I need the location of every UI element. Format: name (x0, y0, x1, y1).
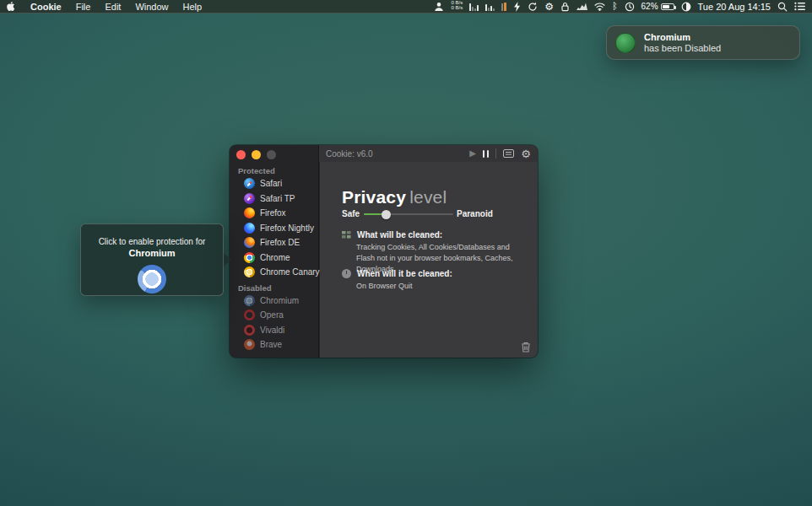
window-titlebar: Cookie: v6.0 ▶ ⚙ (319, 145, 538, 162)
browser-name: Chrome (260, 253, 290, 262)
browser-name: Brave (260, 340, 282, 349)
popover-text: Click to enable protection for (81, 237, 223, 246)
disk-bar[interactable] (501, 3, 506, 11)
browser-name: Safari TP (260, 194, 295, 203)
menu-bar-left: Cookie File Edit Window Help (7, 2, 202, 12)
chrome-icon (244, 252, 255, 263)
power-bolt-icon[interactable] (513, 0, 521, 13)
bluetooth-icon[interactable]: ᛒ (612, 0, 618, 13)
vivaldi-icon (244, 325, 255, 336)
browser-name: Safari (260, 179, 282, 188)
browser-name: Vivaldi (260, 326, 284, 335)
menu-bar-clock[interactable]: Tue 20 Aug 14:15 (698, 0, 771, 13)
browser-name: Chrome Canary (260, 267, 320, 277)
when-cleaned-header: When will it be cleaned: (357, 269, 452, 278)
privacy-slider-row: Safe Paranoid (320, 208, 538, 220)
play-icon[interactable]: ▶ (469, 149, 476, 158)
heading-light: level (409, 187, 447, 207)
sidebar-item-chromium[interactable]: Chromium (230, 293, 318, 309)
dark-mode-icon[interactable] (681, 0, 691, 13)
battery-percent: 62% (641, 2, 658, 11)
toolbar-separator (495, 148, 496, 159)
schedule-clock-icon (342, 269, 351, 278)
firefox-icon (244, 207, 255, 218)
cleaned-items-icon (342, 231, 351, 239)
net-down: 0 B/s (451, 5, 463, 11)
chromium-icon (244, 295, 255, 306)
privacy-level-heading: Privacylevel (342, 187, 447, 207)
menu-file[interactable]: File (76, 2, 91, 12)
cookie-window: ProtectedSafariSafari TPFirefoxFirefox N… (230, 145, 538, 358)
sidebar-item-safari-tp[interactable]: Safari TP (230, 191, 318, 207)
net-speed[interactable]: 0 B/s 0 B/s (451, 0, 463, 13)
browser-name: Firefox DE (260, 238, 300, 247)
section-label: Disabled (230, 280, 318, 293)
sidebar-item-brave[interactable]: Brave (230, 337, 318, 353)
heading-bold: Privacy (342, 187, 406, 207)
what-cleaned-header: What will be cleaned: (357, 230, 442, 240)
log-icon[interactable] (503, 149, 514, 158)
sidebar-sections: ProtectedSafariSafari TPFirefoxFirefox N… (230, 163, 318, 353)
chrome-canary-icon (244, 266, 255, 277)
notification-title: Chromium (644, 32, 721, 42)
cookie-app-icon (615, 33, 636, 53)
menu-edit[interactable]: Edit (105, 2, 121, 12)
menu-window[interactable]: Window (135, 2, 168, 12)
apple-icon (7, 2, 16, 13)
minimize-button[interactable] (252, 150, 261, 159)
notification[interactable]: Chromium has been Disabled (606, 25, 800, 60)
apple-menu[interactable] (7, 2, 16, 12)
popover-browser-name: Chromium (81, 248, 223, 258)
safari-tp-icon (244, 193, 255, 204)
when-cleaned-body: On Browser Quit (356, 281, 518, 292)
sidebar-item-firefox-nightly[interactable]: Firefox Nightly (230, 221, 318, 236)
brave-icon (244, 339, 255, 350)
menu-bar: Cookie File Edit Window Help 0 B/s 0 B/s… (0, 0, 812, 13)
sidebar-item-firefox-de[interactable]: Firefox DE (230, 235, 318, 250)
cpu-bars[interactable] (469, 3, 479, 11)
firefox-de-icon (244, 237, 255, 248)
browser-name: Opera (260, 310, 284, 320)
lock-icon[interactable] (560, 0, 570, 13)
battery-indicator[interactable]: 62% (641, 0, 674, 13)
browser-name: Firefox Nightly (260, 223, 314, 233)
enable-protection-popover[interactable]: Click to enable protection for Chromium (80, 223, 224, 296)
battery-icon (661, 3, 674, 10)
network-graph-icon[interactable] (577, 0, 587, 13)
slider-paranoid-label: Paranoid (457, 209, 493, 218)
section-label: Protected (230, 163, 318, 176)
sidebar-item-safari[interactable]: Safari (230, 176, 318, 191)
close-button[interactable] (236, 150, 246, 159)
sidebar-item-firefox[interactable]: Firefox (230, 206, 318, 221)
memory-bars[interactable] (485, 3, 495, 11)
sidebar-item-chrome-canary[interactable]: Chrome Canary (230, 265, 318, 280)
sidebar-item-vivaldi[interactable]: Vivaldi (230, 323, 318, 338)
sync-icon[interactable] (528, 0, 538, 13)
sidebar-section-disabled: DisabledChromiumOperaVivaldiBrave (230, 280, 318, 353)
spotlight-icon[interactable] (777, 0, 788, 13)
privacy-slider[interactable] (364, 213, 453, 215)
notification-message: has been Disabled (644, 43, 721, 53)
control-center-icon[interactable] (794, 0, 805, 13)
time-machine-icon[interactable] (625, 0, 635, 13)
gear-icon[interactable]: ⚙ (544, 0, 554, 13)
pause-icon[interactable] (483, 150, 490, 158)
sidebar-item-opera[interactable]: Opera (230, 308, 318, 323)
notification-texts: Chromium has been Disabled (644, 32, 721, 53)
sidebar-item-chrome[interactable]: Chrome (230, 250, 318, 266)
browser-name: Chromium (260, 296, 299, 305)
traffic-lights (236, 150, 276, 159)
chromium-icon[interactable] (138, 265, 166, 293)
wifi-icon[interactable] (594, 0, 605, 13)
trash-icon[interactable] (521, 342, 531, 353)
main-pane: Privacylevel Safe Paranoid What will be … (320, 162, 538, 358)
slider-thumb[interactable] (382, 210, 391, 219)
menu-help[interactable]: Help (183, 2, 203, 12)
popover-arrow (224, 253, 231, 266)
user-icon[interactable] (434, 0, 444, 13)
zoom-button[interactable] (267, 150, 276, 159)
app-menu[interactable]: Cookie (30, 2, 62, 12)
browser-name: Firefox (260, 208, 286, 218)
settings-gear-icon[interactable]: ⚙ (521, 148, 531, 159)
window-title: Cookie: v6.0 (326, 149, 373, 159)
